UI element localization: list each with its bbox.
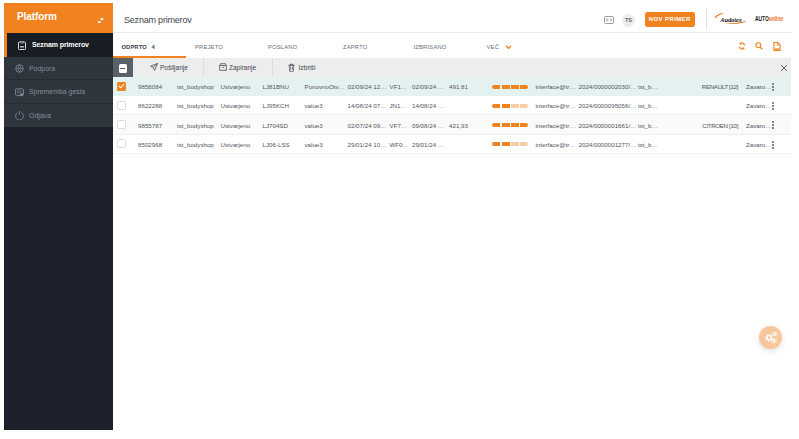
svg-text:Audatex: Audatex <box>719 16 742 23</box>
